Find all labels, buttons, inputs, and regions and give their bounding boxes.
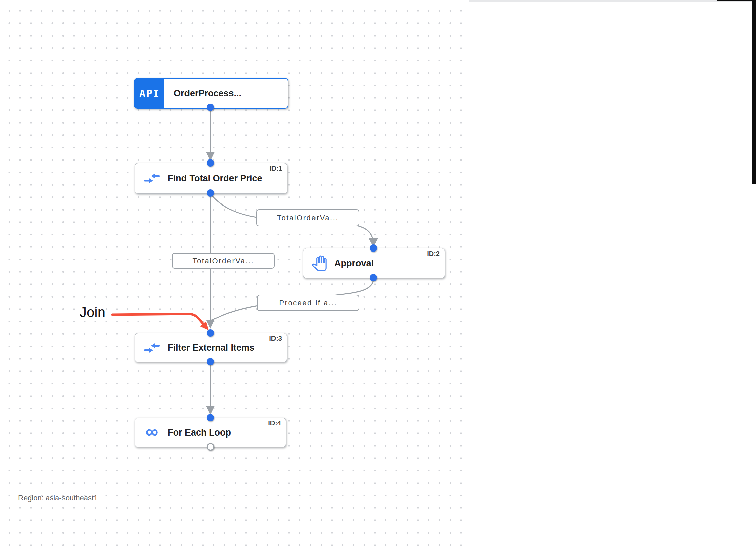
port-in-loop[interactable] xyxy=(207,414,214,421)
arrowhead xyxy=(206,406,215,415)
port-out-approval[interactable] xyxy=(370,274,377,281)
port-out-filter[interactable] xyxy=(207,358,214,365)
panel-left-border xyxy=(469,0,469,548)
edge-label-total-order-value-left[interactable]: TotalOrderVa... xyxy=(172,253,275,269)
port-out-trigger[interactable] xyxy=(207,104,214,111)
port-out-find[interactable] xyxy=(207,189,214,197)
port-in-filter[interactable] xyxy=(207,329,214,337)
node-title: Filter External Items xyxy=(168,342,254,353)
api-icon-text: API xyxy=(139,88,160,99)
top-strip xyxy=(469,0,756,2)
node-id-badge: ID:4 xyxy=(268,419,281,427)
node-id-badge: ID:3 xyxy=(269,335,282,342)
overlay-edge-vertical xyxy=(752,0,756,184)
node-title: For Each Loop xyxy=(168,427,231,438)
overlay-edge-horizontal xyxy=(717,0,754,1)
node-title: Find Total Order Price xyxy=(168,173,262,184)
port-out-loop-open[interactable] xyxy=(207,443,214,451)
port-in-approval[interactable] xyxy=(370,244,377,252)
node-id-badge: ID:2 xyxy=(427,250,440,258)
edge-label-text: TotalOrderVa... xyxy=(193,257,254,265)
port-in-find[interactable] xyxy=(207,159,214,167)
node-title: Approval xyxy=(334,258,374,269)
node-title: OrderProcess... xyxy=(174,88,241,99)
edge-label-text: Proceed if a... xyxy=(279,299,337,307)
region-label: Region: asia-southeast1 xyxy=(18,494,98,502)
edge-label-proceed-if[interactable]: Proceed if a... xyxy=(257,295,359,311)
workflow-canvas: TotalOrderVa... TotalOrderVa... Proceed … xyxy=(0,0,469,548)
approval-hand-icon xyxy=(311,255,327,272)
data-mapping-icon xyxy=(144,342,160,354)
api-trigger-icon: API xyxy=(135,79,164,108)
config-panel: Join ? Task Execution Strategy Execution… xyxy=(469,0,756,548)
edge-label-total-order-value-right[interactable]: TotalOrderVa... xyxy=(256,209,359,226)
node-id-badge: ID:1 xyxy=(269,165,282,172)
data-mapping-icon xyxy=(144,173,160,184)
arrowhead xyxy=(206,320,215,329)
join-annotation-label: Join xyxy=(80,304,106,320)
edge-label-text: TotalOrderVa... xyxy=(277,214,339,222)
